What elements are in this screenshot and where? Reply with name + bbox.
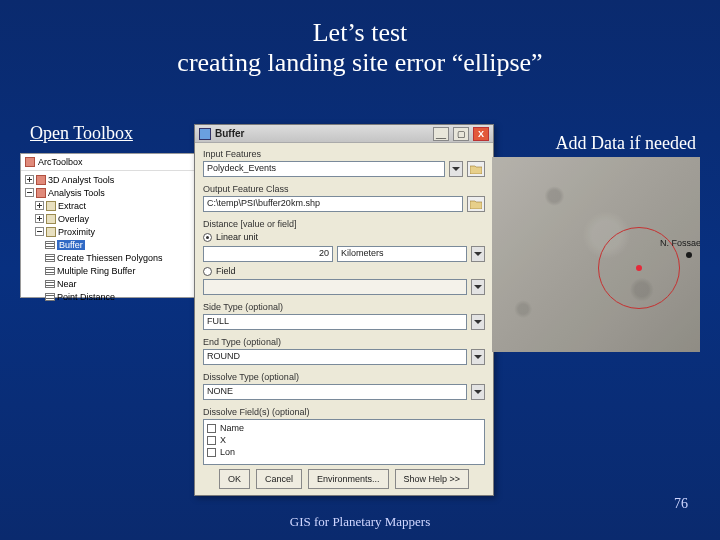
list-label: X xyxy=(220,435,226,445)
arctoolbox-header: ArcToolbox xyxy=(21,154,194,171)
list-item[interactable]: X xyxy=(207,434,481,446)
dialog-button-bar: OK Cancel Environments... Show Help >> xyxy=(195,469,493,489)
distance-unit[interactable]: Kilometers xyxy=(337,246,467,262)
cancel-button[interactable]: Cancel xyxy=(256,469,302,489)
feature-point xyxy=(686,252,692,258)
tool-icon xyxy=(45,241,55,249)
arctoolbox-root: ArcToolbox xyxy=(38,157,83,167)
expand-icon[interactable] xyxy=(25,175,34,184)
tree-node[interactable]: Overlay xyxy=(25,212,190,225)
slide-footer: GIS for Planetary Mappers xyxy=(0,514,720,530)
tool-icon xyxy=(45,267,55,275)
checkbox-icon[interactable] xyxy=(207,424,216,433)
label-open-toolbox: Open Toolbox xyxy=(30,123,133,144)
field-label: Distance [value or field] xyxy=(203,219,485,229)
list-label: Name xyxy=(220,423,244,433)
ok-button[interactable]: OK xyxy=(219,469,250,489)
radio-field[interactable]: Field xyxy=(203,265,485,277)
field-side-type: Side Type (optional) FULL xyxy=(203,302,485,330)
dropdown-icon[interactable] xyxy=(471,349,485,365)
dropdown-icon[interactable] xyxy=(471,384,485,400)
field-label: End Type (optional) xyxy=(203,337,485,347)
radio-linear-unit[interactable]: Linear unit xyxy=(203,231,485,243)
distance-value[interactable]: 20 xyxy=(203,246,333,262)
arctoolbox-tree: 3D Analyst Tools Analysis Tools Extract … xyxy=(21,171,194,305)
feature-point-label: N. Fossae xyxy=(659,238,700,248)
dissolve-fields-list[interactable]: Name X Lon xyxy=(203,419,485,465)
tree-tool[interactable]: Create Thiessen Polygons xyxy=(25,251,190,264)
tree-node[interactable]: 3D Analyst Tools xyxy=(25,173,190,186)
radio-label: Field xyxy=(216,266,236,276)
minimize-button[interactable]: __ xyxy=(433,127,449,141)
field-distance: Distance [value or field] Linear unit 20… xyxy=(203,219,485,295)
tree-node[interactable]: Analysis Tools xyxy=(25,186,190,199)
dropdown-icon[interactable] xyxy=(471,314,485,330)
tree-tool[interactable]: Near xyxy=(25,277,190,290)
tool-icon xyxy=(45,280,55,288)
toolbox-icon xyxy=(25,157,35,167)
list-label: Lon xyxy=(220,447,235,457)
buffer-dialog: Buffer __ ▢ X Input Features Polydeck_Ev… xyxy=(194,124,494,496)
field-label: Side Type (optional) xyxy=(203,302,485,312)
browse-button[interactable] xyxy=(467,161,485,177)
checkbox-icon[interactable] xyxy=(207,436,216,445)
field-label: Output Feature Class xyxy=(203,184,485,194)
input-features-field[interactable]: Polydeck_Events xyxy=(203,161,445,177)
field-output: Output Feature Class C:\temp\PSI\buffer2… xyxy=(203,184,485,212)
map-preview: N. Fossae xyxy=(492,157,700,352)
environments-button[interactable]: Environments... xyxy=(308,469,389,489)
tree-label: Overlay xyxy=(58,214,89,224)
label-add-data: Add Data if needed xyxy=(556,133,696,154)
arctoolbox-panel: ArcToolbox 3D Analyst Tools Analysis Too… xyxy=(20,153,195,298)
tree-label: Multiple Ring Buffer xyxy=(57,266,135,276)
tree-tool[interactable]: Multiple Ring Buffer xyxy=(25,264,190,277)
dropdown-icon[interactable] xyxy=(471,279,485,295)
tree-label: 3D Analyst Tools xyxy=(48,175,114,185)
output-field[interactable]: C:\temp\PSI\buffer20km.shp xyxy=(203,196,463,212)
toolbox-icon xyxy=(36,188,46,198)
collapse-icon[interactable] xyxy=(25,188,34,197)
toolset-icon xyxy=(46,214,56,224)
tool-icon xyxy=(45,254,55,262)
expand-icon[interactable] xyxy=(35,214,44,223)
show-help-button[interactable]: Show Help >> xyxy=(395,469,470,489)
window-icon xyxy=(199,128,211,140)
tree-label: Point Distance xyxy=(57,292,115,302)
dissolve-type-select[interactable]: NONE xyxy=(203,384,467,400)
list-item[interactable]: Name xyxy=(207,422,481,434)
dialog-body: Input Features Polydeck_Events Output Fe… xyxy=(195,143,493,478)
maximize-button[interactable]: ▢ xyxy=(453,127,469,141)
tool-icon xyxy=(45,293,55,301)
dropdown-icon[interactable] xyxy=(449,161,463,177)
slide-title: Let’s test creating landing site error “… xyxy=(0,0,720,78)
dialog-titlebar[interactable]: Buffer __ ▢ X xyxy=(195,125,493,143)
tree-tool-buffer[interactable]: Buffer xyxy=(25,238,190,251)
toolset-icon xyxy=(46,227,56,237)
tree-label: Buffer xyxy=(57,240,85,250)
title-line2: creating landing site error “ellipse” xyxy=(177,48,542,77)
end-type-select[interactable]: ROUND xyxy=(203,349,467,365)
page-number: 76 xyxy=(674,496,688,512)
tree-tool[interactable]: Point Distance xyxy=(25,290,190,303)
checkbox-icon[interactable] xyxy=(207,448,216,457)
toolset-icon xyxy=(46,201,56,211)
list-item[interactable]: Lon xyxy=(207,446,481,458)
expand-icon[interactable] xyxy=(35,201,44,210)
field-end-type: End Type (optional) ROUND xyxy=(203,337,485,365)
title-line1: Let’s test xyxy=(313,18,408,47)
tree-node[interactable]: Extract xyxy=(25,199,190,212)
browse-button[interactable] xyxy=(467,196,485,212)
field-input-features: Input Features Polydeck_Events xyxy=(203,149,485,177)
close-button[interactable]: X xyxy=(473,127,489,141)
collapse-icon[interactable] xyxy=(35,227,44,236)
side-type-select[interactable]: FULL xyxy=(203,314,467,330)
field-dissolve-type: Dissolve Type (optional) NONE xyxy=(203,372,485,400)
distance-field-select[interactable] xyxy=(203,279,467,295)
field-label: Dissolve Field(s) (optional) xyxy=(203,407,485,417)
landing-site-point xyxy=(636,265,642,271)
tree-label: Extract xyxy=(58,201,86,211)
tree-node[interactable]: Proximity xyxy=(25,225,190,238)
field-label: Input Features xyxy=(203,149,485,159)
dropdown-icon[interactable] xyxy=(471,246,485,262)
dialog-title: Buffer xyxy=(215,128,429,139)
